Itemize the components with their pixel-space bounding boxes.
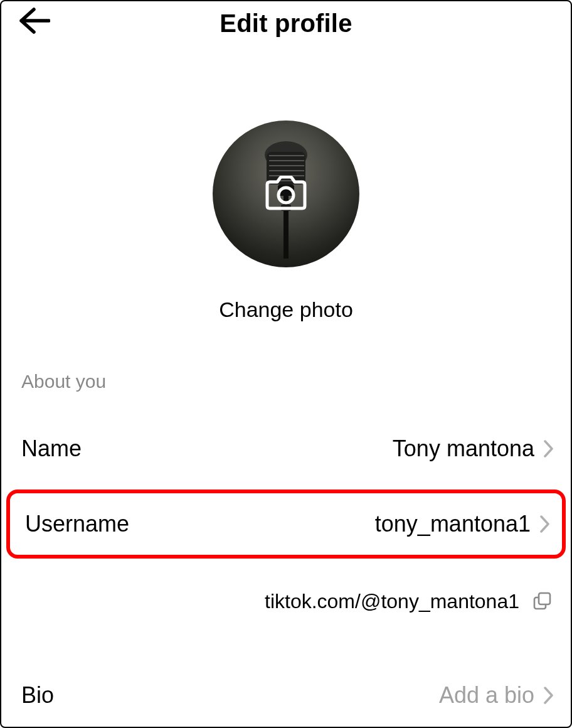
back-button[interactable] xyxy=(15,5,53,36)
username-value: tony_mantona1 xyxy=(375,511,531,537)
name-value-wrap: Tony mantona xyxy=(393,436,556,462)
arrow-left-icon xyxy=(18,7,50,35)
name-value: Tony mantona xyxy=(393,436,534,462)
copy-button[interactable] xyxy=(531,590,553,613)
profile-url-row: tiktok.com/@tony_mantona1 xyxy=(1,576,571,626)
bio-label: Bio xyxy=(21,682,54,709)
section-about-you: About you xyxy=(1,371,571,392)
rows-container: Name Tony mantona Username tony_mantona1… xyxy=(1,417,571,727)
camera-icon xyxy=(263,176,309,212)
username-value-wrap: tony_mantona1 xyxy=(375,511,552,537)
row-bio[interactable]: Bio Add a bio xyxy=(1,664,571,727)
chevron-right-icon xyxy=(538,513,552,535)
chevron-right-icon xyxy=(542,438,556,459)
page-title: Edit profile xyxy=(220,9,352,38)
row-username[interactable]: Username tony_mantona1 xyxy=(6,490,566,559)
copy-icon xyxy=(532,591,552,611)
avatar-section: Change photo xyxy=(1,120,571,322)
svg-point-11 xyxy=(278,188,294,203)
header: Edit profile xyxy=(1,1,571,45)
bio-value-wrap: Add a bio xyxy=(439,682,556,709)
bio-placeholder: Add a bio xyxy=(439,682,534,709)
svg-rect-13 xyxy=(539,593,550,604)
change-photo-button[interactable]: Change photo xyxy=(219,297,353,322)
profile-url: tiktok.com/@tony_mantona1 xyxy=(265,590,519,613)
username-label: Username xyxy=(25,511,129,537)
name-label: Name xyxy=(21,436,82,462)
profile-avatar[interactable] xyxy=(213,120,359,267)
row-name[interactable]: Name Tony mantona xyxy=(1,417,571,480)
chevron-right-icon xyxy=(542,685,556,706)
edit-profile-screen: Edit profile xyxy=(0,0,572,728)
